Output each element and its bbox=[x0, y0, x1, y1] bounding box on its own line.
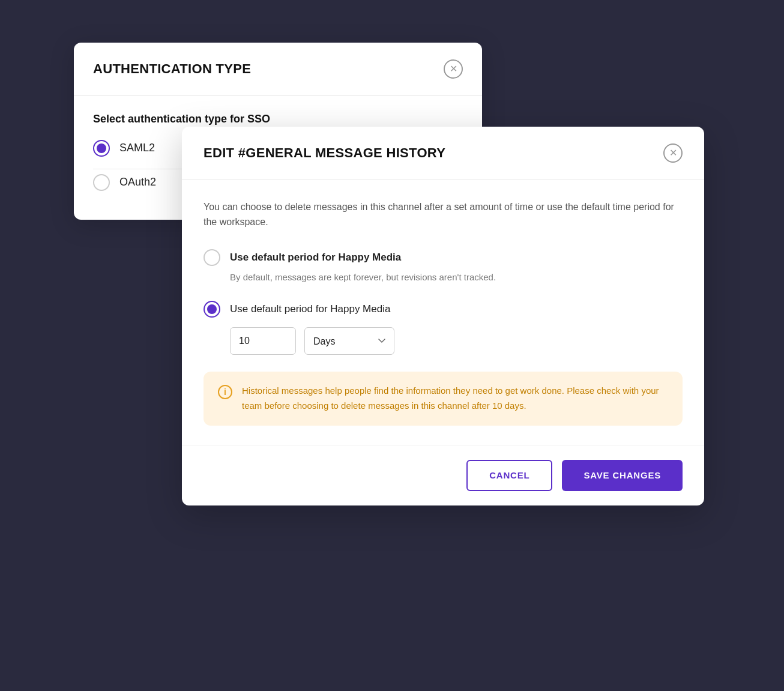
save-changes-button[interactable]: SAVE CHANGES bbox=[562, 460, 683, 491]
auth-close-icon: ✕ bbox=[450, 63, 457, 74]
edit-close-icon: ✕ bbox=[669, 147, 677, 158]
edit-dialog-body: You can choose to delete messages in thi… bbox=[182, 180, 704, 445]
period-select[interactable]: Days Hours Weeks bbox=[304, 327, 394, 355]
option2-radio[interactable] bbox=[204, 301, 220, 318]
edit-dialog: EDIT #GENERAL MESSAGE HISTORY ✕ You can … bbox=[182, 127, 704, 505]
option2-block: Use default period for Happy Media Days … bbox=[204, 301, 683, 355]
warning-icon: i bbox=[218, 385, 232, 399]
warning-text: Historical messages help people find the… bbox=[242, 384, 668, 414]
saml2-radio[interactable] bbox=[93, 140, 110, 157]
days-number-input[interactable] bbox=[230, 327, 296, 355]
auth-subtitle: Select authentication type for SSO bbox=[93, 113, 463, 125]
cancel-button[interactable]: CANCEL bbox=[466, 460, 552, 491]
edit-dialog-footer: CANCEL SAVE CHANGES bbox=[182, 445, 704, 505]
option1-row[interactable]: Use default period for Happy Media bbox=[204, 249, 683, 266]
auth-dialog-header: AUTHENTICATION TYPE ✕ bbox=[74, 43, 482, 96]
saml2-label: SAML2 bbox=[119, 142, 155, 154]
option1-sublabel: By default, messages are kept forever, b… bbox=[230, 271, 683, 285]
edit-dialog-title: EDIT #GENERAL MESSAGE HISTORY bbox=[204, 145, 445, 161]
auth-dialog-title: AUTHENTICATION TYPE bbox=[93, 61, 251, 77]
option1-label: Use default period for Happy Media bbox=[230, 252, 401, 264]
auth-close-button[interactable]: ✕ bbox=[444, 59, 463, 79]
option1-block: Use default period for Happy Media By de… bbox=[204, 249, 683, 285]
option1-radio[interactable] bbox=[204, 249, 220, 266]
input-row: Days Hours Weeks bbox=[230, 327, 683, 355]
option2-label: Use default period for Happy Media bbox=[230, 303, 390, 315]
warning-box: i Historical messages help people find t… bbox=[204, 372, 683, 426]
description-text: You can choose to delete messages in thi… bbox=[204, 199, 683, 230]
edit-dialog-header: EDIT #GENERAL MESSAGE HISTORY ✕ bbox=[182, 127, 704, 180]
oauth2-label: OAuth2 bbox=[119, 176, 156, 189]
oauth2-radio[interactable] bbox=[93, 174, 110, 191]
edit-close-button[interactable]: ✕ bbox=[663, 143, 683, 163]
option2-row[interactable]: Use default period for Happy Media bbox=[204, 301, 683, 318]
